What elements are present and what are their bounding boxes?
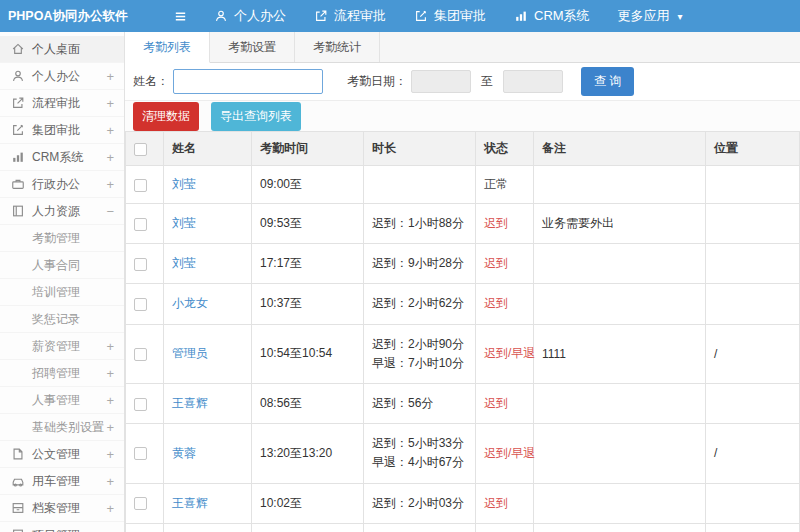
row-select-cell xyxy=(126,523,164,532)
sidebar-item-11[interactable]: 薪资管理+ xyxy=(0,333,124,360)
row-checkbox[interactable] xyxy=(134,179,147,192)
row-select-cell xyxy=(126,204,164,244)
column-header-0: 姓名 xyxy=(164,132,252,166)
export-list-button[interactable]: 导出查询列表 xyxy=(211,102,301,131)
row-select-cell xyxy=(126,244,164,284)
sidebar-item-4[interactable]: CRM系统+ xyxy=(0,144,124,171)
employee-name-link[interactable]: 小龙女 xyxy=(172,296,208,310)
table-header-row: 姓名考勤时间时长状态备注位置 xyxy=(126,132,800,166)
date-to-input[interactable] xyxy=(503,70,563,93)
sidebar-item-10[interactable]: 奖惩记录 xyxy=(0,306,124,333)
tab-0[interactable]: 考勤列表 xyxy=(125,32,210,63)
employee-name-link[interactable]: 王喜辉 xyxy=(172,396,208,410)
status-cell: 迟到 xyxy=(476,483,534,523)
sidebar-item-2[interactable]: 流程审批+ xyxy=(0,90,124,117)
employee-name-link[interactable]: 刘莹 xyxy=(172,256,196,270)
employee-name-link[interactable]: 刘莹 xyxy=(172,177,196,191)
name-cell: 王喜辉 xyxy=(164,383,252,423)
sidebar-item-label: 培训管理 xyxy=(32,284,80,301)
expand-toggle-icon: + xyxy=(106,69,114,84)
topnav-item-1[interactable]: 流程审批 xyxy=(314,7,386,25)
name-filter-label: 姓名： xyxy=(133,73,169,90)
sidebar-item-17[interactable]: 档案管理+ xyxy=(0,495,124,522)
employee-name-link[interactable]: 王喜辉 xyxy=(172,496,208,510)
row-checkbox[interactable] xyxy=(134,218,147,231)
row-checkbox[interactable] xyxy=(134,348,147,361)
location-cell xyxy=(706,284,800,324)
sidebar-item-14[interactable]: 基础类别设置+ xyxy=(0,414,124,441)
sidebar-item-13[interactable]: 人事管理+ xyxy=(0,387,124,414)
row-checkbox[interactable] xyxy=(134,298,147,311)
date-filter-label: 考勤日期： xyxy=(347,73,407,90)
name-cell: 小龙女 xyxy=(164,284,252,324)
sidebar-item-12[interactable]: 招聘管理+ xyxy=(0,360,124,387)
tab-1[interactable]: 考勤设置 xyxy=(210,32,295,62)
name-cell: 郭靖 xyxy=(164,523,252,532)
sidebar-item-15[interactable]: 公文管理+ xyxy=(0,441,124,468)
sidebar-item-7[interactable]: 考勤管理 xyxy=(0,225,124,252)
topnav-item-0[interactable]: 个人办公 xyxy=(214,7,286,25)
topnav-label: 流程审批 xyxy=(334,7,386,25)
sidebar-item-1[interactable]: 个人办公+ xyxy=(0,63,124,90)
sidebar-item-8[interactable]: 人事合同 xyxy=(0,252,124,279)
employee-name-link[interactable]: 刘莹 xyxy=(172,216,196,230)
sidebar-item-16[interactable]: 用车管理+ xyxy=(0,468,124,495)
note-cell xyxy=(534,284,706,324)
time-cell: 10:37至 xyxy=(252,284,364,324)
employee-name-link[interactable]: 管理员 xyxy=(172,346,208,360)
date-from-input[interactable] xyxy=(411,70,471,93)
sidebar-toggle-button[interactable] xyxy=(173,9,188,24)
sidebar-item-6[interactable]: 人力资源− xyxy=(0,198,124,225)
column-header-3: 状态 xyxy=(476,132,534,166)
duration-cell: 迟到：5小时33分早退：4小时67分 xyxy=(364,424,476,483)
location-cell xyxy=(706,383,800,423)
status-badge: 迟到/早退 xyxy=(484,346,535,360)
expand-toggle-icon: + xyxy=(106,96,114,111)
sidebar-item-3[interactable]: 集团审批+ xyxy=(0,117,124,144)
expand-toggle-icon: + xyxy=(106,366,114,381)
name-filter-input[interactable] xyxy=(173,69,323,94)
name-cell: 刘莹 xyxy=(164,166,252,204)
time-cell: 09:53至 xyxy=(252,204,364,244)
action-button-row: 清理数据 导出查询列表 xyxy=(125,101,800,131)
topnav-label: 集团审批 xyxy=(434,7,486,25)
status-badge: 迟到 xyxy=(484,496,508,510)
chart-icon xyxy=(514,9,528,23)
row-checkbox[interactable] xyxy=(134,398,147,411)
top-navigation: 个人办公流程审批集团审批CRM系统更多应用▾ xyxy=(214,7,683,25)
topnav-item-3[interactable]: CRM系统 xyxy=(514,7,590,25)
employee-name-link[interactable]: 黄蓉 xyxy=(172,446,196,460)
app-logo: PHPOA协同办公软件 xyxy=(0,8,125,25)
time-cell: 10:02至 xyxy=(252,483,364,523)
expand-toggle-icon: − xyxy=(106,204,114,219)
table-row: 王喜辉 10:02至 迟到：2小时03分 迟到 xyxy=(126,483,800,523)
duration-cell: 迟到：2小时03分 xyxy=(364,483,476,523)
sidebar-item-5[interactable]: 行政办公+ xyxy=(0,171,124,198)
column-header-2: 时长 xyxy=(364,132,476,166)
duration-cell: 迟到：56分 xyxy=(364,383,476,423)
sidebar-item-18[interactable]: 项目管理+ xyxy=(0,522,124,532)
tab-2[interactable]: 考勤统计 xyxy=(295,32,380,62)
topnav-item-4[interactable]: 更多应用▾ xyxy=(618,7,683,25)
row-checkbox[interactable] xyxy=(134,497,147,510)
status-cell: 迟到 xyxy=(476,523,534,532)
row-checkbox[interactable] xyxy=(134,447,147,460)
briefcase-icon xyxy=(10,177,25,191)
clean-data-button[interactable]: 清理数据 xyxy=(133,102,199,131)
row-select-cell xyxy=(126,383,164,423)
sidebar-item-label: 个人办公 xyxy=(32,68,80,85)
row-checkbox[interactable] xyxy=(134,258,147,271)
topnav-label: 更多应用 xyxy=(618,7,670,25)
note-cell xyxy=(534,166,706,204)
sidebar-item-0[interactable]: 个人桌面 xyxy=(0,36,124,63)
sidebar-item-9[interactable]: 培训管理 xyxy=(0,279,124,306)
status-badge: 正常 xyxy=(484,177,508,191)
edit-icon xyxy=(10,123,25,137)
search-button[interactable]: 查 询 xyxy=(581,67,634,96)
duration-cell: 迟到：1小时88分 xyxy=(364,204,476,244)
select-all-checkbox[interactable] xyxy=(134,143,147,156)
row-select-cell xyxy=(126,483,164,523)
row-select-cell xyxy=(126,424,164,483)
column-header-5: 位置 xyxy=(706,132,800,166)
topnav-item-2[interactable]: 集团审批 xyxy=(414,7,486,25)
